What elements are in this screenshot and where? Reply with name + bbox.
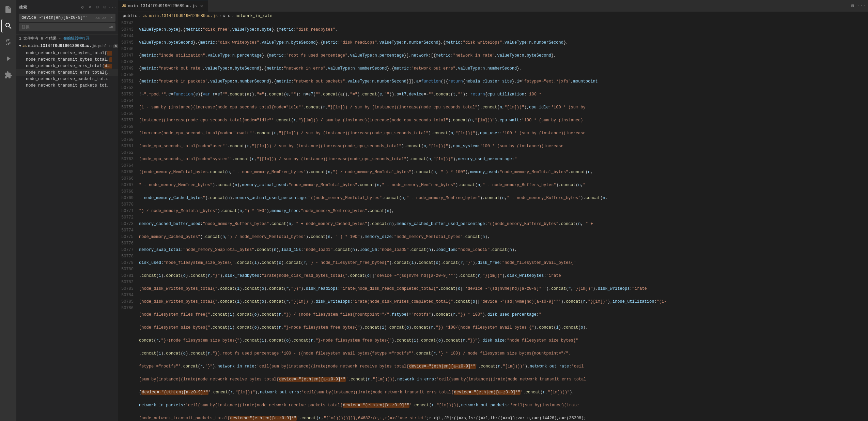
more-actions-button[interactable]: ···	[109, 4, 115, 10]
js-tab-icon: JS	[122, 4, 126, 8]
code-text[interactable]: valueType:n.byte},{metric:"disk_free",va…	[136, 20, 868, 421]
more-actions-tab-button[interactable]: ···	[858, 2, 865, 10]
tab-bar: JS main.1314ff9d9190129689ac.js ✕ ⊡ ···	[119, 0, 868, 12]
result-match-2[interactable]: node_network_transmit_bytes_total{device…	[16, 56, 118, 63]
editor-content: 50742 50743 50744 50745 50746 50747 5074…	[119, 20, 868, 421]
replace-input[interactable]	[19, 23, 115, 31]
breadcrumb-sep-3: ›	[232, 14, 234, 18]
chevron-down-icon: ▼	[19, 44, 21, 48]
match-whole-word-button[interactable]: Ab	[101, 15, 107, 21]
result-match-6[interactable]: node_network_transmit_packets_total{devi…	[16, 82, 118, 89]
js-file-icon: JS	[22, 44, 27, 48]
result-file-path: public	[98, 44, 112, 48]
match-text-4: node_network_transmit_errs_total{de... ✕	[26, 70, 112, 75]
source-control-icon[interactable]	[1, 35, 15, 49]
use-regex-button[interactable]: .*	[108, 15, 114, 21]
editor-container[interactable]: 50742 50743 50744 50745 50746 50747 5074…	[119, 20, 868, 421]
breadcrumb-sep-2: ›	[219, 14, 221, 18]
match-text-5: node_network_receive_packets_total{devic…	[26, 77, 112, 81]
split-editor-button[interactable]: ⊡	[849, 2, 856, 10]
extensions-icon[interactable]	[1, 68, 15, 82]
tab-close-button[interactable]: ✕	[199, 3, 204, 9]
refresh-results-button[interactable]: ↺	[79, 4, 86, 10]
main-area: JS main.1314ff9d9190129689ac.js ✕ ⊡ ··· …	[119, 0, 868, 421]
breadcrumb-sep-1: ›	[139, 14, 141, 18]
match-text-6: node_network_transmit_packets_total{devi…	[26, 83, 112, 88]
result-match-4[interactable]: node_network_transmit_errs_total{de... ✕…	[16, 69, 118, 76]
tab-file-name: main.1314ff9d9190129689ac.js	[128, 4, 197, 9]
search-input-wrap: Aa Ab .*	[19, 14, 115, 22]
result-count-badge: 6	[113, 44, 118, 48]
open-in-editor-button[interactable]: ⊡	[102, 4, 108, 10]
search-panel-title: 搜索	[19, 5, 27, 10]
result-list: ▼ JS main.1314ff9d9190129689ac.js public…	[16, 42, 118, 421]
match-text-3: node_network_receive_errs_total{device=~…	[26, 64, 112, 69]
result-match-5[interactable]: node_network_receive_packets_total{devic…	[16, 76, 118, 82]
search-panel: 搜索 ↺ ✕ ⊟ ⊡ ··· Aa Ab .* AB	[16, 0, 118, 34]
open-in-editor-link[interactable]: 在编辑器中打开	[63, 36, 90, 41]
run-debug-icon[interactable]	[1, 52, 15, 65]
search-header-icons: ↺ ✕ ⊟ ⊡ ···	[79, 4, 115, 10]
match-case-button[interactable]: Aa	[94, 15, 100, 21]
activity-bar	[0, 0, 16, 421]
search-result-info: 1 文件中有 6 个结果 - 在编辑器中打开	[16, 34, 118, 42]
breadcrumb-symbol[interactable]: ⊕ c	[223, 13, 230, 18]
clear-results-button[interactable]: ✕	[87, 4, 93, 10]
editor-tab-main-js[interactable]: JS main.1314ff9d9190129689ac.js ✕	[119, 0, 208, 12]
breadcrumb: public › JS main.1314ff9d9190129689ac.js…	[119, 12, 868, 20]
files-icon[interactable]	[1, 3, 15, 16]
tab-actions: ⊡ ···	[846, 0, 868, 12]
breadcrumb-method[interactable]: network_in_rate	[235, 14, 272, 18]
result-match-1[interactable]: node_network_receive_bytes_total{device=…	[16, 50, 118, 56]
tab-spacer	[208, 0, 846, 12]
breadcrumb-public[interactable]: public	[123, 14, 137, 18]
search-sidebar-icon[interactable]	[1, 19, 15, 33]
result-match-3[interactable]: node_network_receive_errs_total{device=~…	[16, 63, 118, 69]
result-file-item[interactable]: ▼ JS main.1314ff9d9190129689ac.js public…	[16, 42, 118, 50]
collapse-all-button[interactable]: ⊟	[94, 4, 100, 10]
result-file-name: main.1314ff9d9190129689ac.js	[28, 44, 97, 48]
preserve-case-button[interactable]: AB	[108, 24, 114, 30]
match-text-2: node_network_transmit_bytes_total{device…	[26, 57, 112, 62]
search-options: Aa Ab .*	[94, 15, 114, 21]
line-numbers: 50742 50743 50744 50745 50746 50747 5074…	[119, 20, 136, 421]
match-text-1: node_network_receive_bytes_total{device=…	[26, 51, 112, 56]
search-header: 搜索 ↺ ✕ ⊟ ⊡ ···	[19, 3, 115, 12]
breadcrumb-file[interactable]: JS main.1314ff9d9190129689ac.js	[142, 14, 218, 18]
replace-input-wrap: AB	[19, 23, 115, 31]
sidebar: 搜索 ↺ ✕ ⊟ ⊡ ··· Aa Ab .* AB	[16, 0, 119, 421]
